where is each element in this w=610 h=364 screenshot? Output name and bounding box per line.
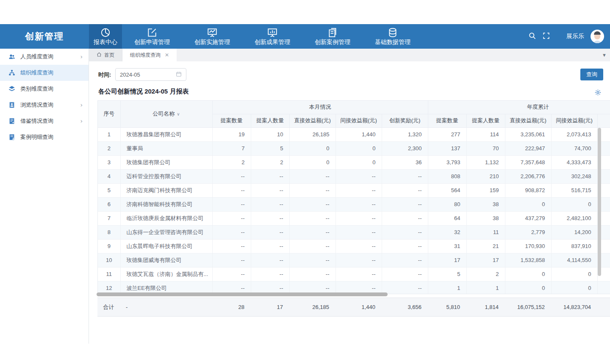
row-index-cell: 9 <box>98 239 120 253</box>
time-picker-input[interactable]: 2024-05 <box>115 68 186 81</box>
nav-item-innovation-implement[interactable]: 创新实施管理 <box>182 24 242 49</box>
chevron-right-icon: › <box>80 102 83 108</box>
value-cell: 11 <box>466 225 505 239</box>
sidebar-item-category-dimension[interactable]: 类别维度查询 <box>0 81 89 97</box>
col-header-clipped <box>597 114 610 127</box>
company-name-cell: 玫德艾瓦兹（济南）金属制品有... <box>120 267 212 281</box>
col-header: 提案人数量 <box>466 114 505 127</box>
tab-org-dimension[interactable]: 组织维度查询 ✕ <box>122 49 177 61</box>
col-header: 提案人数量 <box>251 114 289 127</box>
edit-square-icon <box>147 27 158 38</box>
query-button[interactable]: 查询 <box>580 69 603 80</box>
total-value: 14,823,704 <box>551 298 597 316</box>
total-value: 1,814 <box>466 298 505 316</box>
value-cell: 36 <box>382 155 428 169</box>
value-cell: 32 <box>428 225 466 239</box>
row-index-cell: 6 <box>98 197 120 211</box>
value-cell: 1,440 <box>336 127 382 141</box>
value-cell: -- <box>336 267 382 281</box>
value-cell: -- <box>251 239 289 253</box>
value-cell: -- <box>251 267 289 281</box>
nav-item-base-data[interactable]: 基础数据管理 <box>363 24 423 49</box>
row-index-cell: 11 <box>98 267 120 281</box>
company-name-cell: 济南科德智能科技有限公司 <box>120 197 212 211</box>
table-row[interactable]: 5济南迈克阀门科技有限公司----------564159908,872516,… <box>98 183 610 197</box>
value-cell: 170,930 <box>505 239 551 253</box>
sidebar-item-browse-status[interactable]: 浏览情况查询 › <box>0 97 89 113</box>
group-header-month: 本月情况 <box>212 101 428 114</box>
value-cell: 0 <box>336 141 382 155</box>
table-row[interactable]: 3玫德集团有限公司2200363,7931,1327,357,6484,333,… <box>98 155 610 169</box>
value-cell: 2,300 <box>382 141 428 155</box>
value-cell: -- <box>336 169 382 183</box>
company-name-cell: 玫德集团威海有限公司 <box>120 253 212 267</box>
search-icon[interactable] <box>528 32 536 41</box>
value-cell: 302,248 <box>551 169 597 183</box>
col-header: 直接效益额(元) <box>505 114 551 127</box>
tab-home[interactable]: 首页 <box>89 49 122 61</box>
vertical-scrollbar[interactable] <box>598 128 601 276</box>
value-cell: -- <box>382 183 428 197</box>
value-cell: 0 <box>289 141 336 155</box>
value-cell: 2,482,100 <box>551 211 597 225</box>
gear-icon[interactable] <box>594 89 602 98</box>
report-title: 各公司创新情况 2024-05 月报表 <box>98 88 189 96</box>
value-cell: 2 <box>466 267 505 281</box>
sidebar-item-org-dimension[interactable]: 组织维度查询 <box>0 65 89 81</box>
nav-item-label: 创新申请管理 <box>134 39 170 46</box>
table-row[interactable]: 9山东晨晖电子科技有限公司----------3121170,930837,91… <box>98 239 610 253</box>
total-value: 3,656 <box>381 298 427 316</box>
value-cell: 837,910 <box>551 239 597 253</box>
value-cell: -- <box>382 239 428 253</box>
company-name-cell: 临沂玫德庚辰金属材料有限公司 <box>120 211 212 225</box>
sidebar-item-person-dimension[interactable]: 人员维度查询 › <box>0 49 89 65</box>
value-cell: -- <box>212 225 251 239</box>
chevron-right-icon: › <box>80 53 83 60</box>
value-cell: -- <box>336 225 382 239</box>
table-row[interactable]: 7临沂玫德庚辰金属材料有限公司----------6438437,2792,48… <box>98 211 610 225</box>
value-cell: 0 <box>551 281 597 294</box>
user-name[interactable]: 展乐乐 <box>566 33 584 40</box>
sidebar-item-case-detail[interactable]: 案例明细查询 <box>0 129 89 145</box>
horizontal-scrollbar[interactable] <box>97 292 388 296</box>
value-cell: -- <box>251 211 289 225</box>
company-name-cell: 山东晨晖电子科技有限公司 <box>120 239 212 253</box>
table-row[interactable]: 11玫德艾瓦兹（济南）金属制品有...----------5200 <box>98 267 610 281</box>
value-cell: 21 <box>466 239 505 253</box>
col-header-company[interactable]: 公司名称∨ <box>120 101 212 127</box>
value-cell: -- <box>289 253 336 267</box>
value-cell: -- <box>251 169 289 183</box>
table-row[interactable]: 2董事局75002,30013770222,94774,700 <box>98 141 610 155</box>
col-header: 间接效益额(元) <box>551 114 597 127</box>
value-cell: 2,779 <box>505 225 551 239</box>
nav-item-label: 创新案例管理 <box>315 39 350 46</box>
value-cell: 277 <box>428 127 466 141</box>
table-row[interactable]: 8山东得一企业管理咨询有限公司----------32112,77914,200 <box>98 225 610 239</box>
nav-item-innovation-case[interactable]: 创新案例管理 <box>302 24 363 49</box>
nav-item-innovation-achievement[interactable]: 创新成果管理 <box>242 24 302 49</box>
row-index-cell: 7 <box>98 211 120 225</box>
table-row[interactable]: 6济南科德智能科技有限公司----------803800 <box>98 197 610 211</box>
table-row[interactable]: 10玫德集团威海有限公司----------17171,532,8584,114… <box>98 253 610 267</box>
value-cell: 1,532,858 <box>505 253 551 267</box>
fullscreen-icon[interactable] <box>543 32 550 41</box>
col-header: 提案数量 <box>212 114 251 127</box>
nav-item-label: 报表中心 <box>94 39 117 46</box>
time-filter-label: 时间: <box>98 71 111 79</box>
table-row[interactable]: 1玫德雅昌集团有限公司191026,1851,4401,3202771143,2… <box>98 127 610 141</box>
col-header: 间接效益额(元) <box>336 114 382 127</box>
value-cell: 2 <box>212 155 251 169</box>
nav-item-report-center[interactable]: 报表中心 <box>89 24 122 49</box>
value-cell: 2,073,413 <box>551 127 597 141</box>
table-row[interactable]: 4迈科管业控股有限公司----------8082102,206,776302,… <box>98 169 610 183</box>
total-value: 5,810 <box>427 298 466 316</box>
sidebar-item-label: 组织维度查询 <box>20 69 83 77</box>
company-name-cell: 玫德雅昌集团有限公司 <box>120 127 212 141</box>
sidebar-item-reference-status[interactable]: 借鉴情况查询 › <box>0 113 89 129</box>
tab-options-caret-icon[interactable]: ▼ <box>602 49 607 61</box>
col-header: 直接效益额(元) <box>289 114 336 127</box>
row-index-cell: 1 <box>98 127 120 141</box>
nav-item-innovation-apply[interactable]: 创新申请管理 <box>122 24 182 49</box>
user-avatar[interactable] <box>591 30 604 43</box>
close-icon[interactable]: ✕ <box>165 52 169 58</box>
